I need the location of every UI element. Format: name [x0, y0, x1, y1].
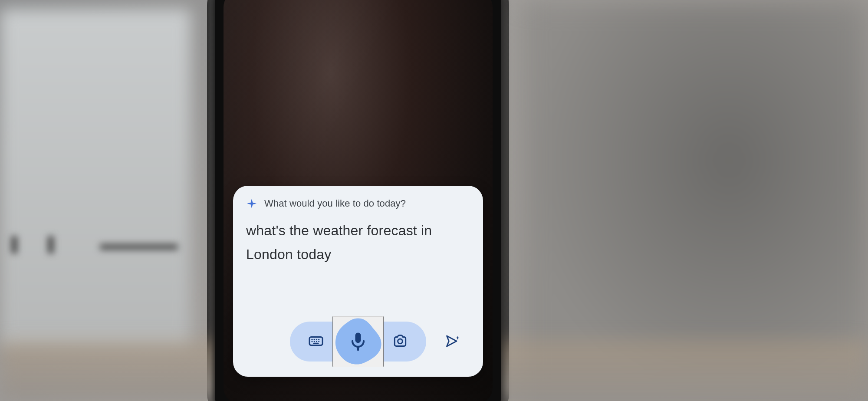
svg-rect-9	[313, 342, 319, 344]
svg-point-4	[318, 339, 319, 340]
assistant-header: What would you like to do today?	[246, 198, 470, 209]
svg-point-3	[316, 339, 317, 340]
microphone-button[interactable]	[332, 316, 384, 367]
assistant-card: What would you like to do today? what's …	[233, 186, 483, 377]
send-icon	[445, 333, 460, 350]
keyboard-icon	[308, 333, 324, 351]
phone-screen: What would you like to do today? what's …	[224, 0, 493, 401]
svg-rect-0	[309, 337, 322, 345]
keyboard-button[interactable]	[300, 326, 332, 357]
svg-point-2	[314, 339, 315, 340]
background-monitor	[0, 9, 191, 347]
phone-frame: What would you like to do today? what's …	[215, 0, 501, 401]
input-mode-pill	[290, 322, 426, 362]
background-ports	[9, 236, 182, 262]
sparkle-icon	[246, 198, 257, 209]
microphone-icon	[347, 330, 369, 353]
camera-icon	[392, 333, 408, 351]
assistant-prompt: What would you like to do today?	[264, 198, 406, 209]
send-button[interactable]	[441, 329, 465, 354]
assistant-action-row	[246, 318, 470, 365]
assistant-transcript[interactable]: what's the weather forecast in London to…	[246, 219, 470, 318]
camera-button[interactable]	[385, 326, 416, 357]
svg-point-1	[311, 339, 312, 340]
svg-point-8	[318, 341, 319, 342]
svg-point-5	[311, 341, 312, 342]
svg-point-7	[316, 341, 317, 342]
svg-point-6	[314, 341, 315, 342]
svg-rect-10	[355, 332, 361, 343]
svg-point-11	[398, 339, 403, 343]
